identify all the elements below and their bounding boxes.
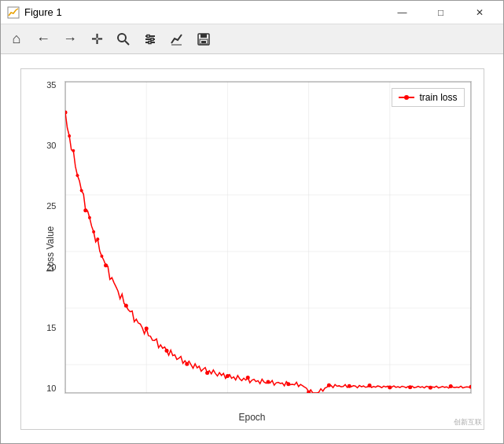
minimize-button[interactable]: —	[384, 1, 420, 24]
app-icon	[7, 6, 20, 19]
svg-rect-12	[201, 41, 206, 43]
svg-rect-8	[149, 41, 151, 43]
pan-button[interactable]: ✛	[84, 28, 109, 51]
legend-line	[399, 97, 414, 98]
y-tick-1: 15	[21, 324, 61, 332]
zoom-button[interactable]	[111, 28, 136, 51]
plot-inner: train loss	[64, 81, 472, 394]
y-tick-2: 20	[21, 263, 61, 272]
title-bar: Figure 1 — □ ✕	[1, 1, 503, 24]
back-button[interactable]: ←	[31, 28, 56, 51]
y-ticks: 35 30 25 20 15 10	[21, 69, 64, 429]
x-axis-label: Epoch	[238, 412, 265, 423]
svg-line-2	[125, 41, 129, 45]
save-button[interactable]	[191, 28, 216, 51]
main-window: Figure 1 — □ ✕ ⌂ ← → ✛	[0, 0, 504, 444]
y-tick-0: 10	[21, 384, 61, 393]
svg-rect-10	[200, 34, 207, 38]
forward-button[interactable]: →	[57, 28, 83, 51]
y-tick-5: 35	[21, 81, 61, 90]
svg-rect-7	[151, 38, 153, 40]
subplot-button[interactable]	[164, 28, 189, 51]
svg-point-1	[118, 34, 126, 42]
close-button[interactable]: ✕	[462, 1, 497, 24]
plot-container: Loss Value Epoch 35 30 25 20 15 10 0 20 …	[20, 68, 484, 430]
adjust-button[interactable]	[138, 28, 163, 51]
svg-rect-6	[147, 35, 149, 37]
y-tick-4: 30	[21, 141, 61, 150]
legend: train loss	[392, 88, 464, 107]
legend-label: train loss	[419, 92, 457, 103]
maximize-button[interactable]: □	[423, 1, 458, 24]
chart-area: Loss Value Epoch 35 30 25 20 15 10 0 20 …	[1, 54, 503, 443]
loss-chart-canvas	[65, 82, 471, 393]
home-button[interactable]: ⌂	[4, 28, 29, 51]
window-title: Figure 1	[24, 6, 384, 18]
window-controls: — □ ✕	[384, 1, 497, 24]
watermark: 创新互联	[454, 417, 482, 427]
toolbar: ⌂ ← → ✛	[1, 24, 503, 54]
legend-dot	[404, 95, 409, 100]
y-tick-3: 25	[21, 202, 61, 211]
